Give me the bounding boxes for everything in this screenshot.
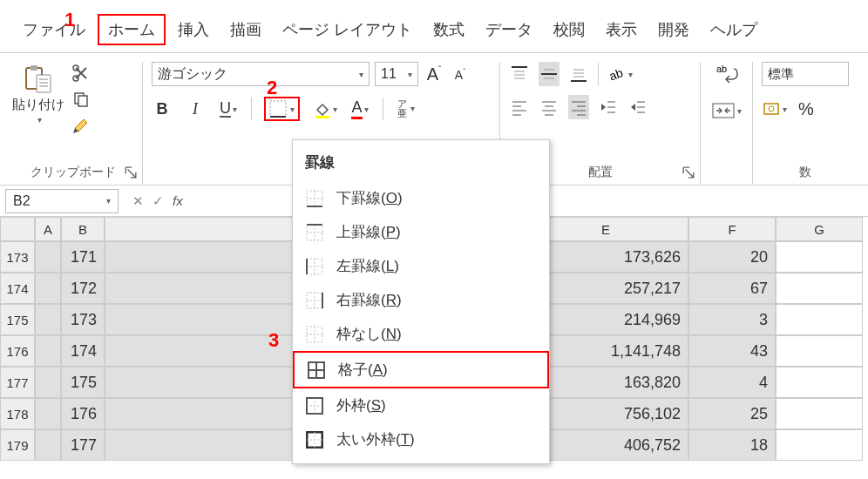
cell[interactable] [776,304,863,335]
row-header[interactable]: 173 [0,241,35,273]
font-color-button[interactable]: A▾ [349,97,370,121]
fx-icon[interactable]: fx [173,193,183,208]
cell[interactable] [776,241,863,273]
paste-dropdown-caret[interactable]: ▾ [37,115,42,125]
cell[interactable] [35,367,61,398]
border-menu-item[interactable]: 格子(A) [293,351,549,388]
tab-formula[interactable]: 数式 [424,16,473,44]
row-header[interactable]: 177 [0,367,35,398]
cell[interactable]: 4 [688,367,776,398]
col-header-G[interactable]: G [776,217,863,241]
border-menu-item[interactable]: 外枠(S) [293,388,549,422]
enter-formula-icon[interactable]: ✓ [153,193,164,209]
cell[interactable]: 172 [61,273,105,304]
wrap-text-button[interactable]: ab [715,62,739,86]
align-bottom-button[interactable] [568,62,589,86]
fill-color-button[interactable]: ▾ [312,97,337,121]
align-left-button[interactable] [509,95,530,119]
cell[interactable] [35,241,61,273]
cell[interactable]: 25 [688,398,776,429]
svg-rect-44 [713,104,734,118]
separator [383,98,383,120]
cell[interactable] [776,335,863,367]
copy-button[interactable] [71,90,91,109]
row-header[interactable]: 179 [0,429,35,461]
border-menu-item[interactable]: 下罫線(O) [293,181,549,215]
decrease-indent-button[interactable] [598,95,619,119]
merge-cells-button[interactable]: ▾ [711,98,742,123]
cell[interactable] [35,273,61,304]
paste-button[interactable] [21,62,56,95]
cut-button[interactable] [71,64,91,83]
cell[interactable] [776,273,863,304]
border-menu-item[interactable]: 上罫線(P) [293,215,549,249]
cell[interactable]: 171 [61,241,105,273]
cell[interactable]: 20 [688,241,776,273]
tab-data[interactable]: データ [477,16,541,44]
cell[interactable]: 173 [61,304,105,335]
decrease-font-button[interactable]: Aˇ [450,62,471,86]
tab-dev[interactable]: 開発 [649,16,698,44]
tab-draw[interactable]: 描画 [221,16,270,44]
increase-font-button[interactable]: Aˆ [424,62,444,86]
border-menu-item[interactable]: 左罫線(L) [293,249,549,283]
cell[interactable] [776,429,863,461]
svg-rect-45 [764,104,778,114]
ruby-button[interactable]: ア亜▾ [396,97,417,121]
orientation-button[interactable]: ab▾ [607,62,633,86]
cell[interactable]: 67 [688,273,776,304]
align-top-button[interactable] [509,62,530,86]
border-type-icon [305,325,324,344]
tab-home[interactable]: ホーム [98,14,166,45]
row-header[interactable]: 176 [0,335,35,367]
percent-button[interactable]: % [796,97,817,121]
border-menu-item[interactable]: 太い外枠(T) [293,422,549,456]
row-header[interactable]: 174 [0,273,35,304]
cell[interactable]: 3 [688,304,776,335]
col-header-B[interactable]: B [61,217,105,241]
tab-insert[interactable]: 挿入 [169,16,218,44]
font-name-select[interactable]: 游ゴシック ▾ [152,62,370,86]
cell[interactable]: 174 [61,335,105,367]
font-size-select[interactable]: 11 ▾ [375,62,418,86]
clipboard-dialog-launcher[interactable] [125,166,137,179]
cell[interactable] [776,367,863,398]
border-menu-item[interactable]: 右罫線(R) [293,283,549,317]
tab-view[interactable]: 表示 [597,16,646,44]
number-format-select[interactable]: 標準 [762,62,849,86]
cancel-formula-icon[interactable]: ✕ [132,193,144,209]
tab-help[interactable]: ヘルプ [702,16,766,44]
tab-file[interactable]: ファイル [14,16,94,44]
cell[interactable]: 18 [688,429,776,461]
align-center-button[interactable] [539,95,559,119]
increase-indent-button[interactable] [627,95,648,119]
borders-button[interactable]: ▾ [264,97,300,121]
italic-button[interactable]: I [185,97,206,121]
col-header-A[interactable]: A [35,217,61,241]
currency-button[interactable]: ▾ [762,97,787,121]
cell[interactable] [35,304,61,335]
border-menu-item[interactable]: 枠なし(N) [293,317,549,351]
cell[interactable]: 176 [61,398,105,429]
tab-layout[interactable]: ページ レイアウト [274,16,421,44]
tab-review[interactable]: 校閲 [545,16,593,44]
alignment-dialog-launcher[interactable] [682,166,695,179]
row-header[interactable]: 175 [0,304,35,335]
cell[interactable]: 175 [61,367,105,398]
cell[interactable] [35,398,61,429]
align-middle-button[interactable] [539,62,559,86]
name-box[interactable]: B2 ▾ [5,189,119,213]
align-right-button[interactable] [568,95,589,119]
bold-button[interactable]: B [152,97,173,121]
cell[interactable]: 43 [688,335,776,367]
select-all-corner[interactable] [0,217,35,241]
cell[interactable] [35,429,61,461]
name-box-value: B2 [13,193,31,209]
cell[interactable] [776,398,863,429]
format-painter-button[interactable] [71,116,91,135]
underline-button[interactable]: U▾ [218,97,239,121]
col-header-F[interactable]: F [688,217,776,241]
cell[interactable] [35,335,61,367]
row-header[interactable]: 178 [0,398,35,429]
cell[interactable]: 177 [61,429,105,461]
